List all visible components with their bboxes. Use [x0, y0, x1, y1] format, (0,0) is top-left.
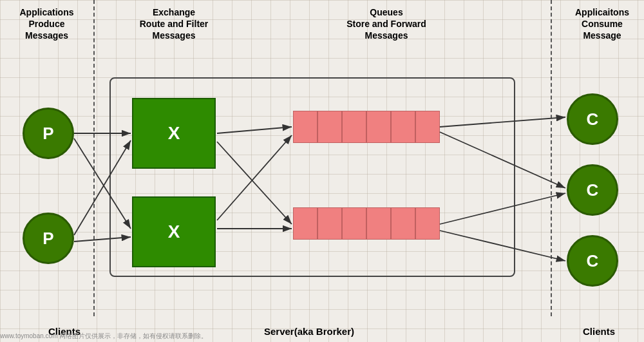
- diagram-container: Applications Produce Messages Exchange R…: [0, 0, 644, 342]
- label-top-right: Applicaitons Consume Message: [560, 6, 644, 42]
- label-top-left: Applications Produce Messages: [0, 6, 93, 42]
- consumer-circle-2: C: [567, 164, 618, 216]
- queue-cell: [317, 207, 342, 240]
- producer-circle-2: P: [23, 213, 74, 264]
- queue-1: [293, 111, 440, 143]
- exchange-box-2: X: [132, 196, 216, 267]
- queue-cell: [317, 111, 342, 143]
- queue-cell: [391, 207, 415, 240]
- dashed-line-right: [551, 0, 552, 316]
- queue-cell: [342, 207, 366, 240]
- exchange-box-1: X: [132, 98, 216, 169]
- label-top-queue: Queues Store and Forward Messages: [290, 6, 483, 42]
- queue-cell: [366, 207, 391, 240]
- queue-cell: [293, 207, 317, 240]
- queue-cell: [293, 111, 317, 143]
- label-bottom-center: Server(aka Brorker): [206, 326, 412, 337]
- queue-cell: [391, 111, 415, 143]
- queue-cell: [415, 207, 440, 240]
- queue-2: [293, 207, 440, 240]
- label-bottom-right: Clients: [560, 326, 638, 337]
- queue-cell: [415, 111, 440, 143]
- dashed-line-left: [93, 0, 95, 316]
- label-top-exchange: Exchange Route and Filter Messages: [109, 6, 238, 42]
- watermark: www.toymoban.com 网络图片仅供展示，非存储，如有侵权请联系删除。: [0, 332, 207, 341]
- queue-cell: [366, 111, 391, 143]
- consumer-circle-1: C: [567, 93, 618, 145]
- queue-cell: [342, 111, 366, 143]
- producer-circle-1: P: [23, 108, 74, 159]
- consumer-circle-3: C: [567, 235, 618, 287]
